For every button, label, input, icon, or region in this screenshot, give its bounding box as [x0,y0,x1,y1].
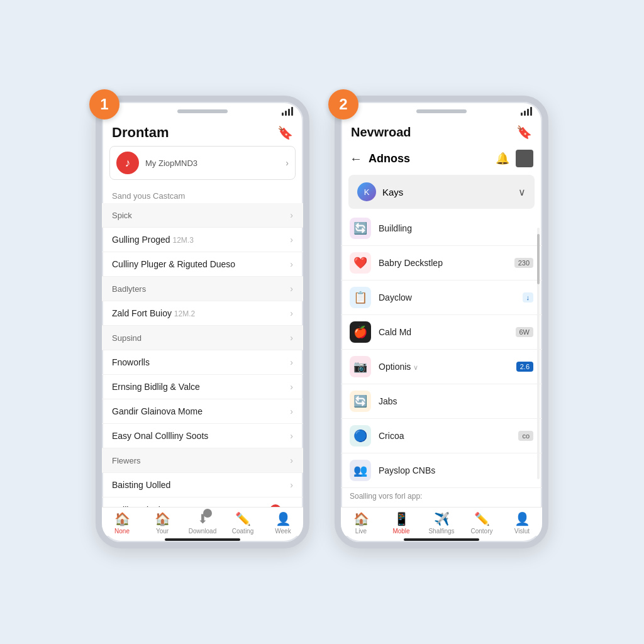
app-badge-babry: 230 [514,258,533,268]
list-item[interactable]: Gulling Proged 12M.3 › [102,228,303,252]
item-label: Spick [112,211,132,220]
scrollbar-thumb[interactable] [537,234,540,284]
week-icon: 👤 [275,511,291,526]
bar3 [288,109,290,116]
nav-label: Vislut [514,528,530,535]
app-list-item[interactable]: 📋 Dayclow ↓ [341,280,542,315]
list-item[interactable]: Ernsing Bidlilg & Valce › [102,375,303,399]
app-name-optionis: Optionis ∨ [379,362,509,372]
nav-item-coating[interactable]: ✏️ Coating [223,511,263,535]
back-button[interactable]: ← [350,152,362,166]
nav-item-vislut[interactable]: 👤 Vislut [502,511,542,535]
item-label: Baisting Uolled [112,480,170,490]
phone2-title: Nevwroad [351,125,411,140]
grid-icon[interactable] [516,150,533,167]
app-list-item[interactable]: 🍎 Cald Md 6W [341,315,542,350]
nav-item-week[interactable]: 👤 Week [263,511,303,535]
phone1-inner: Drontam 🔖 ♪ My ZiopMND3 › Sand yous Cast… [102,102,303,542]
item-arrow-icon: › [290,210,293,220]
chevron-down-icon: ∨ [518,186,526,198]
item-label: Supsind [112,333,142,343]
nav-item-shalfings[interactable]: ✈️ Shalfings [421,511,462,535]
phone1: Drontam 🔖 ♪ My ZiopMND3 › Sand yous Cast… [96,96,309,548]
main-container: 1 Drontam 🔖 [96,96,548,548]
nav-label: Live [355,528,367,535]
nav-item-contory[interactable]: ✏️ Contory [462,511,502,535]
bookmark-icon-2[interactable]: 🔖 [516,125,532,140]
dropdown-selected[interactable]: K Kays ∨ [348,175,535,209]
list-item[interactable]: Flewers › [102,448,303,473]
item-label: Culliny Pluger & Riguted Dueso [112,259,235,269]
app-list-item[interactable]: 🔄 Buildling [341,211,542,246]
item-label: Flewers [112,456,141,465]
app-list-item[interactable]: 📷 Optionis ∨ 2.6 [341,350,542,384]
item-arrow-icon: › [290,308,293,318]
bar4 [530,107,532,116]
search-arrow-icon[interactable]: › [286,158,289,168]
list-item[interactable]: Culliny Pluger & Riguted Dueso › [102,252,303,277]
list-item[interactable]: Gandir Glainova Mome › [102,399,303,424]
contory-icon: ✏️ [474,511,490,526]
home-icon: 🏠 [114,511,130,526]
app-list-item[interactable]: 🔄 Jabs [341,384,542,419]
app-icon-dayclow: 📋 [350,287,371,308]
signal-bars-1 [282,107,293,116]
list-item[interactable]: Easy Onal Collliny Soots › [102,424,303,448]
app-icon-optionis: 📷 [350,356,371,377]
app-name-cald: Cald Md [379,327,508,337]
app-list-item-sub[interactable]: 🔲 Haun to suppy colllity foamitives [341,502,542,507]
bell-icon[interactable]: 🔔 [496,152,509,165]
vislut-icon: 👤 [514,511,530,526]
item-arrow-icon: › [290,259,293,269]
list-item[interactable]: Supsind › [102,326,303,350]
item-arrow-icon: › [290,333,293,343]
nav-item-download[interactable]: ⬇ Download [182,511,223,535]
nav-row-title: Adnoss [369,152,489,165]
app-list-item[interactable]: 🔵 Cricoa co [341,419,542,453]
list-item[interactable]: Spick › [102,203,303,228]
phone1-side-btn [307,177,309,209]
nav-item-none[interactable]: 🏠 None [102,511,142,535]
list-item[interactable]: Badlyters › [102,277,303,301]
item-arrow-icon: › [290,284,293,294]
home-indicator-2 [404,538,479,541]
phone2-app-list: 🔄 Buildling ❤️ Babry Deckstlep 230 📋 Day… [341,211,542,507]
phone2: Nevwroad 🔖 ← Adnoss 🔔 K Kays ∨ [335,96,548,548]
app-badge-cricoa: co [518,431,533,441]
app-name-jabs: Jabs [379,396,533,406]
item-arrow-icon: › [290,480,293,490]
phone1-search-row[interactable]: ♪ My ZiopMND3 › [109,146,296,180]
shalfings-icon: ✈️ [434,511,450,526]
status-bar-1 [102,102,303,118]
item-arrow-icon: › [290,455,293,465]
nav-item-your[interactable]: 🏠 Your [142,511,182,535]
phone2-side-btn [546,177,548,209]
step1-badge: 1 [89,89,119,119]
phone1-title: Drontam [112,125,169,141]
app-icon-buildling: 🔄 [350,218,371,239]
app-list-item[interactable]: 👥 Payslop CNBs [341,453,542,488]
nav-item-moble[interactable]: 📱 Moble [381,511,421,535]
bookmark-icon[interactable]: 🔖 [277,125,293,140]
app-icon-cald: 🍎 [350,321,371,343]
app-icon-jabs: 🔄 [350,391,371,412]
bar2 [524,111,526,116]
list-item[interactable]: Fnoworlls › [102,350,303,375]
step2-badge: 2 [328,89,358,119]
your-icon: 🏠 [155,511,170,526]
list-item[interactable]: Zald Fort Buioy 12M.2 › [102,301,303,326]
home-indicator-1 [165,538,240,541]
bar2 [285,111,287,116]
item-label: Gulling Proged 12M.3 [112,235,194,245]
phone2-inner: Nevwroad 🔖 ← Adnoss 🔔 K Kays ∨ [341,102,542,542]
app-list-item[interactable]: ❤️ Babry Deckstlep 230 [341,246,542,280]
dropdown-label: Kays [382,187,512,197]
nav-item-live[interactable]: 🏠 Live [341,511,381,535]
item-arrow-icon: › [290,431,293,441]
item-label: Zald Fort Buioy 12M.2 [112,308,195,318]
app-badge-cald: 6W [516,327,534,337]
list-item[interactable]: Baisting Uolled › [102,473,303,497]
section-label-1: Sand yous Castcam [102,187,303,203]
list-item[interactable]: Bulling Viunis 1 › [102,497,303,507]
phone2-nav-row: ← Adnoss 🔔 [341,145,542,172]
